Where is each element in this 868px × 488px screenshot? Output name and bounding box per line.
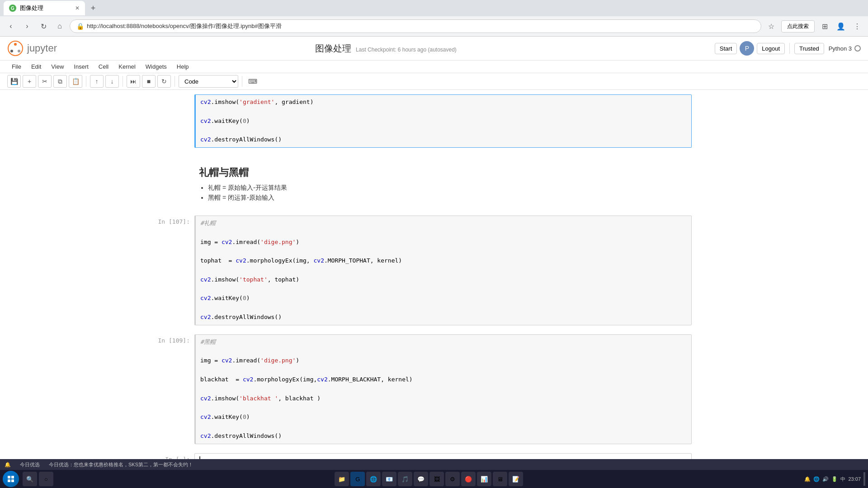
restart-button[interactable]: ↻	[157, 75, 171, 88]
bullet-2: 黑帽 = 闭运算-原始输入	[208, 194, 687, 202]
checkpoint-info: Last Checkpoint: 6 hours ago (autosaved)	[356, 47, 457, 53]
jupyter-logo: jupyter	[7, 40, 57, 56]
menu-file[interactable]: File	[7, 61, 26, 73]
menu-widgets[interactable]: Widgets	[141, 61, 171, 73]
move-up-button[interactable]: ↑	[90, 75, 104, 88]
search-button[interactable]: 点此搜索	[781, 20, 815, 33]
taskbar-app-6[interactable]: 💬	[414, 472, 428, 486]
code-cell-tophat-content[interactable]: #礼帽 img = cv2.imread('dige.png') tophat …	[194, 216, 692, 325]
empty-code-cell[interactable]	[194, 453, 692, 460]
taskbar-right: 🔔 🌐 🔊 🔋 中 23:07	[804, 472, 865, 486]
taskbar-edge[interactable]: G	[350, 472, 365, 486]
menu-help[interactable]: Help	[172, 61, 193, 73]
add-cell-button[interactable]: +	[23, 75, 36, 88]
cell-109-blackhat: In [109]: #黑帽 img = cv2.imread('dige.png…	[149, 334, 692, 444]
profile-button[interactable]: 👤	[835, 20, 847, 33]
notification-label: 今日优选	[20, 461, 40, 468]
nav-home-button[interactable]: ⌂	[53, 20, 66, 33]
menu-kernel[interactable]: Kernel	[114, 61, 140, 73]
cell-type-select[interactable]: Code Markdown Raw NBConvert Heading	[179, 75, 238, 88]
notification-icon: 🔔	[5, 462, 11, 468]
tab-bar: G 图像处理 ✕ +	[0, 0, 868, 16]
start-button[interactable]	[3, 471, 19, 487]
move-down-button[interactable]: ↓	[105, 75, 119, 88]
notification-text: 今日优选：您也来拿优惠价格推名，SKS第二，第一都不会失约！	[49, 461, 193, 468]
jupyter-name: jupyter	[27, 42, 57, 54]
taskbar-cortana[interactable]: ○	[39, 472, 53, 486]
address-bar[interactable]: 🔒 http://localhost:8888/notebooks/opencv…	[70, 19, 761, 33]
active-tab[interactable]: G 图像处理 ✕	[4, 1, 85, 15]
taskbar-left: 🔍 ○	[3, 471, 53, 487]
taskbar-app-10[interactable]: 📊	[477, 472, 491, 486]
secure-icon: 🔒	[76, 23, 84, 30]
code-cell-blackhat-content[interactable]: #黑帽 img = cv2.imread('dige.png') blackha…	[194, 334, 692, 444]
browser-toolbar-right: 点此搜索 ⊞ 👤 ⋮	[781, 20, 863, 33]
bookmark-button[interactable]: ☆	[765, 20, 778, 33]
kernel-status-indicator	[854, 45, 861, 52]
stop-button[interactable]: ■	[142, 75, 156, 88]
code-cell-107-content[interactable]: cv2.imshow('gradient', gradient) cv2.wai…	[194, 94, 692, 148]
trusted-button[interactable]: Trusted	[794, 43, 824, 54]
keyboard-shortcuts-button[interactable]: ⌨	[246, 75, 259, 88]
taskbar-app-11[interactable]: 🖥	[493, 472, 507, 486]
tab-title: 图像处理	[20, 4, 43, 12]
empty-cell: In [ ]:	[149, 453, 692, 460]
menu-edit[interactable]: Edit	[27, 61, 46, 73]
logout-button[interactable]: Logout	[757, 43, 785, 54]
taskbar: 🔍 ○ 📁 G 🌐 📧 🎵 💬 🖼 ⚙ 🔴 📊 🖥 📝 🔔 🌐 🔊 🔋 中 23…	[0, 470, 868, 488]
svg-rect-6	[8, 479, 10, 482]
menu-cell[interactable]: Cell	[94, 61, 113, 73]
taskbar-app-9[interactable]: 🔴	[461, 472, 476, 486]
taskbar-app-7[interactable]: 🖼	[429, 472, 444, 486]
code-line: tophat = cv2.morphologyEx(img, cv2.MORPH…	[200, 256, 687, 266]
nav-refresh-button[interactable]: ↻	[37, 20, 50, 33]
svg-rect-4	[8, 476, 10, 479]
code-line: blackhat = cv2.morphologyEx(img,cv2.MORP…	[200, 375, 687, 385]
taskbar-notification-icon: 🔔	[804, 476, 811, 482]
taskbar-explorer[interactable]: 📁	[335, 472, 349, 486]
cut-cell-button[interactable]: ✂	[38, 75, 52, 88]
code-line: cv2.destroyAllWindows()	[200, 432, 687, 441]
menu-insert[interactable]: Insert	[69, 61, 93, 73]
code-line: cv2.imshow('blackhat ', blackhat )	[200, 394, 687, 404]
tab-close-button[interactable]: ✕	[75, 5, 80, 11]
new-tab-button[interactable]: +	[87, 2, 99, 14]
code-line: img = cv2.imread('dige.png')	[200, 356, 687, 366]
kernel-name: Python 3	[829, 45, 852, 52]
cell-107-prompt	[149, 94, 194, 97]
cell-109-prompt: In [109]:	[149, 334, 194, 344]
toolbar-separator-3	[175, 76, 175, 87]
taskbar-network: 🌐	[813, 476, 820, 482]
url-text: http://localhost:8888/notebooks/opencv/图…	[87, 22, 755, 30]
browser-main: jupyter 图像处理 Last Checkpoint: 6 hours ag…	[0, 37, 868, 460]
notebook-title-area: 图像处理 Last Checkpoint: 6 hours ago (autos…	[315, 42, 457, 55]
prompt-text: In [109]:	[158, 337, 190, 344]
toolbar-separator-4	[242, 76, 242, 87]
jupyter-icon	[7, 40, 24, 56]
cell-107-partial: cv2.imshow('gradient', gradient) cv2.wai…	[149, 94, 692, 148]
taskbar-app-3[interactable]: 🌐	[366, 472, 381, 486]
spacer3	[149, 327, 692, 334]
svg-point-2	[18, 50, 20, 52]
code-line: cv2.waitKey(0)	[200, 294, 687, 303]
taskbar-app-4[interactable]: 📧	[382, 472, 396, 486]
start-button[interactable]: Start	[715, 43, 737, 54]
taskbar-search[interactable]: 🔍	[23, 472, 37, 486]
code-line: cv2.destroyAllWindows()	[200, 313, 687, 322]
save-button[interactable]: 💾	[7, 75, 21, 88]
nav-back-button[interactable]: ‹	[5, 20, 17, 33]
copy-cell-button[interactable]: ⧉	[53, 75, 67, 88]
menu-view[interactable]: View	[47, 61, 68, 73]
notification-bar: 🔔 今日优选 今日优选：您也来拿优惠价格推名，SKS第二，第一都不会失约！	[0, 459, 868, 470]
taskbar-app-8[interactable]: ⚙	[445, 472, 460, 486]
run-all-button[interactable]: ⏭	[127, 75, 140, 88]
taskbar-app-12[interactable]: 📝	[509, 472, 523, 486]
show-desktop[interactable]	[863, 472, 865, 486]
taskbar-app-5[interactable]: 🎵	[398, 472, 412, 486]
settings-button[interactable]: ⋮	[851, 20, 863, 33]
svg-point-3	[10, 50, 13, 52]
paste-cell-button[interactable]: 📋	[69, 75, 82, 88]
notebook-title[interactable]: 图像处理	[315, 42, 351, 55]
extensions-button[interactable]: ⊞	[818, 20, 831, 33]
nav-forward-button[interactable]: ›	[21, 20, 33, 33]
